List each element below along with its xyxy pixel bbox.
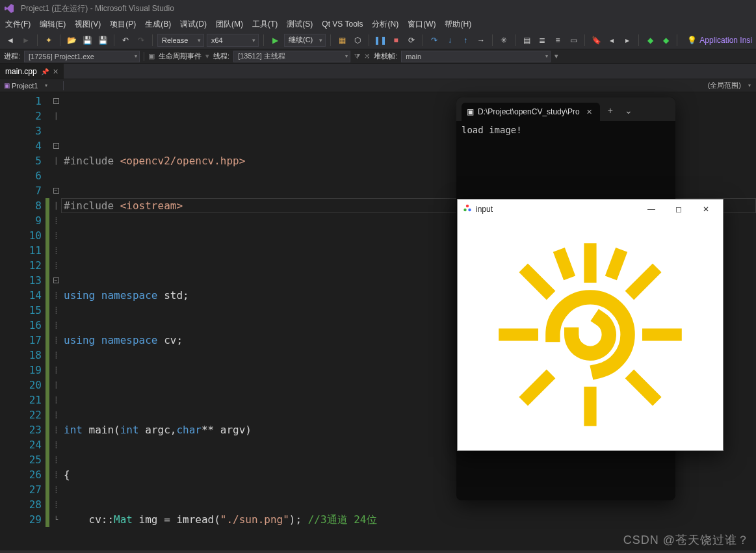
title-bar: Project1 (正在运行) - Microsoft Visual Studi… — [0, 0, 756, 17]
watermark: CSDN @苍天饶过谁？ — [623, 532, 749, 548]
process-label: 进程: — [4, 51, 20, 61]
breadcrumb: ▣ Project1 (全局范围) — [0, 79, 756, 92]
menu-team[interactable]: 团队(M) — [216, 19, 243, 30]
close-window-icon[interactable]: ✕ — [694, 200, 718, 218]
file-tab-label: main.cpp — [5, 67, 37, 76]
close-tab-icon[interactable]: ✕ — [53, 68, 59, 76]
menu-debug[interactable]: 调试(D) — [180, 19, 207, 30]
continue-button[interactable]: 继续(C) — [284, 34, 326, 47]
breadcrumb-project[interactable]: ▣ Project1 — [4, 82, 60, 90]
image-titlebar[interactable]: input — ◻ ✕ — [458, 199, 723, 219]
undo-icon[interactable]: ↶ — [119, 34, 132, 47]
svg-line-12 — [613, 255, 619, 272]
terminal-titlebar[interactable]: ▣ D:\Project\openCV_study\Pro ✕ + ⌄ — [456, 97, 675, 121]
redo-icon[interactable]: ↷ — [135, 34, 148, 47]
terminal-path: D:\Project\openCV_study\Pro — [478, 107, 580, 116]
continue-icon[interactable]: ▶ — [268, 34, 281, 47]
comment-icon[interactable]: ▭ — [567, 34, 580, 47]
toolbar: ◄ ► ✦ 📂 💾 💾 ↶ ↷ Release x64 ▶ 继续(C) ▦ ⬡ … — [0, 31, 756, 49]
layout-icon[interactable]: ▤ — [520, 34, 533, 47]
qt-icon[interactable]: ◆ — [644, 34, 657, 47]
pin-icon[interactable]: 📌 — [41, 68, 49, 75]
image-content — [458, 219, 723, 450]
image-window[interactable]: input — ◻ ✕ — [457, 199, 723, 451]
svg-line-7 — [528, 272, 547, 291]
indent-icon[interactable]: ≣ — [536, 34, 549, 47]
platform-dropdown[interactable]: x64 — [207, 34, 259, 47]
terminal-output: load image! — [456, 121, 675, 139]
fold-column: − │ − │ − │ ┊ ┊ ┊ ┊ − ┊ ┊ ┊ ┊ ┊ ┊ ┊ ┊ ┊ … — [51, 92, 61, 550]
svg-point-0 — [466, 204, 469, 207]
fold-icon[interactable]: − — [53, 277, 59, 283]
menu-build[interactable]: 生成(B) — [145, 19, 171, 30]
save-icon[interactable]: 💾 — [81, 34, 94, 47]
restart-icon[interactable]: ⟳ — [405, 34, 418, 47]
lightbulb-icon: 💡 — [687, 36, 697, 45]
vs-logo-icon — [4, 3, 16, 14]
terminal-close-icon[interactable]: ✕ — [584, 108, 595, 116]
outdent-icon[interactable]: ≡ — [551, 34, 564, 47]
lifecycle-icon[interactable]: ▣ — [148, 52, 155, 60]
branch-icon[interactable]: ⤭ — [364, 52, 370, 60]
image-window-title: input — [476, 205, 493, 214]
menu-edit[interactable]: 编辑(E) — [40, 19, 66, 30]
terminal-new-tab-icon[interactable]: + — [604, 105, 617, 116]
svg-point-1 — [463, 208, 466, 211]
svg-point-2 — [468, 208, 471, 211]
new-item-icon[interactable]: ✦ — [42, 34, 55, 47]
bookmark-icon[interactable]: 🔖 — [590, 34, 603, 47]
debug-windows-icon[interactable]: ▦ — [335, 34, 348, 47]
nav-back-icon[interactable]: ◄ — [4, 34, 17, 47]
process-field[interactable]: [17256] Project1.exe — [24, 51, 140, 62]
terminal-menu-icon[interactable]: ⌄ — [621, 105, 636, 116]
fold-icon[interactable]: − — [53, 98, 59, 104]
file-tabs: main.cpp 📌 ✕ — [0, 64, 756, 79]
fold-icon[interactable]: − — [53, 188, 59, 194]
step-into-icon[interactable]: ↓ — [443, 34, 456, 47]
menu-help[interactable]: 帮助(H) — [445, 19, 471, 30]
maximize-icon[interactable]: ◻ — [667, 200, 690, 218]
menu-analyze[interactable]: 分析(N) — [372, 19, 398, 30]
stack-field[interactable]: main — [401, 51, 551, 62]
menu-project[interactable]: 项目(P) — [110, 19, 136, 30]
file-tab-main[interactable]: main.cpp 📌 ✕ — [0, 64, 64, 79]
debug-bar: 进程: [17256] Project1.exe ▣ 生命周期事件 ▾ 线程: … — [0, 49, 756, 64]
config-dropdown[interactable]: Release — [157, 34, 204, 47]
fold-icon[interactable]: − — [53, 143, 59, 149]
menu-view[interactable]: 视图(V) — [75, 19, 101, 30]
stop-icon[interactable]: ■ — [389, 34, 402, 47]
line-numbers: 1234567891011121314151617181920212223242… — [0, 92, 51, 550]
application-insights[interactable]: 💡 Application Insi — [687, 36, 756, 45]
step-out-icon[interactable]: ↑ — [459, 34, 472, 47]
stack-label: 堆栈帧: — [374, 51, 397, 61]
window-title: Project1 (正在运行) - Microsoft Visual Studi… — [21, 3, 174, 14]
step-over-icon[interactable]: ↷ — [428, 34, 441, 47]
pause-icon[interactable]: ❚❚ — [374, 34, 387, 47]
menu-window[interactable]: 窗口(W) — [408, 19, 436, 30]
step-icon[interactable]: → — [475, 34, 488, 47]
change-indicator — [46, 198, 49, 527]
menu-test[interactable]: 测试(S) — [287, 19, 313, 30]
bookmark-prev-icon[interactable]: ◂ — [605, 34, 618, 47]
lifecycle-label: 生命周期事件 — [159, 51, 202, 61]
spark-icon[interactable]: ✳ — [497, 34, 510, 47]
opencv-icon — [463, 204, 472, 215]
minimize-icon[interactable]: — — [640, 200, 663, 218]
menu-qt[interactable]: Qt VS Tools — [322, 19, 363, 29]
menu-tools[interactable]: 工具(T) — [252, 19, 278, 30]
app-insights-label: Application Insi — [699, 36, 752, 45]
qt-icon-2[interactable]: ◆ — [659, 34, 672, 47]
open-file-icon[interactable]: 📂 — [65, 34, 78, 47]
menu-file[interactable]: 文件(F) — [5, 19, 31, 30]
svg-line-10 — [528, 378, 547, 397]
sun-image — [486, 231, 694, 439]
filter-icon[interactable]: ⧩ — [354, 52, 360, 60]
save-all-icon[interactable]: 💾 — [96, 34, 109, 47]
breadcrumb-scope[interactable]: (全局范围) — [708, 81, 756, 90]
nav-forward-icon[interactable]: ► — [20, 34, 33, 47]
thread-field[interactable]: [13512] 主线程 — [233, 51, 350, 62]
terminal-icon: ▣ — [467, 107, 474, 116]
hex-icon[interactable]: ⬡ — [351, 34, 364, 47]
terminal-tab[interactable]: ▣ D:\Project\openCV_study\Pro ✕ — [462, 103, 600, 121]
bookmark-next-icon[interactable]: ▸ — [621, 34, 634, 47]
